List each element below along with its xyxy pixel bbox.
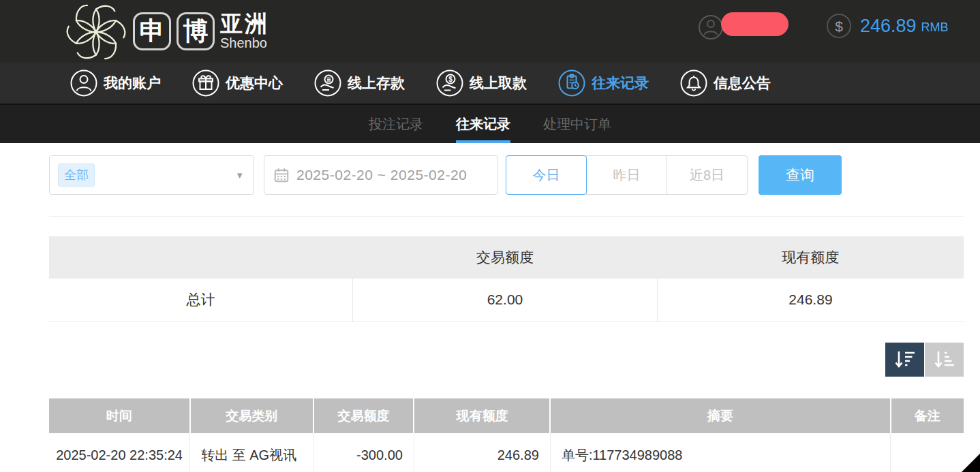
quick-yesterday-button[interactable]: 昨日 <box>586 155 667 195</box>
balance-amount: 246.89 <box>860 16 917 37</box>
svg-text:$: $ <box>448 76 453 83</box>
withdraw-icon: $ <box>436 69 463 97</box>
tab-transaction-records[interactable]: 往来记录 <box>453 105 513 143</box>
records-header-remark: 备注 <box>891 398 964 433</box>
nav-item-deposit[interactable]: 线上存款 <box>314 69 405 97</box>
svg-text:$: $ <box>835 18 843 34</box>
summary-total-balance: 246.89 <box>657 279 964 321</box>
record-summary: 单号:117734989088 <box>550 433 890 472</box>
logo-latin-text: Shenbo <box>220 36 269 50</box>
masked-username-pill[interactable] <box>721 12 788 36</box>
tab-betting-records[interactable]: 投注记录 <box>366 105 426 143</box>
record-type: 转出 至 AG视讯 <box>190 433 313 472</box>
logo-char-2: 博 <box>183 14 209 48</box>
top-header: 申 博 亚洲 Shenbo $ 246.89 RMB <box>0 0 980 63</box>
records-header-type: 交易类别 <box>190 398 313 433</box>
logo-region-text: 亚洲 <box>220 12 269 36</box>
user-icon <box>70 69 97 97</box>
brand-logo: 申 博 亚洲 Shenbo <box>66 0 269 63</box>
nav-label: 线上取款 <box>470 74 527 93</box>
records-icon <box>558 69 585 97</box>
tab-label: 处理中订单 <box>543 115 611 133</box>
records-header-row: 时间 交易类别 交易额度 现有额度 摘要 备注 <box>49 398 964 433</box>
logo-char-box-2: 博 <box>177 12 215 50</box>
nav-item-my-account[interactable]: 我的账户 <box>70 69 161 97</box>
nav-item-promotions[interactable]: 优惠中心 <box>192 69 283 97</box>
sort-toolbar <box>885 343 964 377</box>
bell-icon <box>680 69 707 97</box>
record-tabs: 投注记录 往来记录 处理中订单 <box>0 104 980 143</box>
tab-pending-orders[interactable]: 处理中订单 <box>540 105 614 143</box>
calendar-icon <box>273 167 290 183</box>
logo-char-box-1: 申 <box>133 12 171 50</box>
record-balance: 246.89 <box>414 433 550 472</box>
sort-ascending-icon <box>932 349 957 371</box>
summary-header-empty <box>49 236 353 279</box>
records-header-summary: 摘要 <box>550 398 890 433</box>
nav-item-withdraw[interactable]: $ 线上取款 <box>436 69 527 97</box>
logo-char-1: 申 <box>140 14 165 48</box>
transactions-page: 申 博 亚洲 Shenbo $ 246.89 RMB <box>0 0 980 472</box>
sort-descending-icon <box>893 349 917 371</box>
record-time: 2025-02-20 22:35:24 <box>49 433 190 472</box>
chevron-down-icon: ▼ <box>235 170 244 180</box>
records-header-amount: 交易额度 <box>313 398 414 433</box>
quick-last8days-button[interactable]: 近8日 <box>667 155 748 195</box>
type-select-tag: 全部 <box>58 163 95 187</box>
dollar-coin-icon: $ <box>826 13 852 39</box>
main-navigation: 我的账户 优惠中心 线上存款 $ 线上取款 <box>0 63 980 104</box>
quick-date-button-group: 今日 昨日 近8日 <box>506 155 748 195</box>
sort-descending-button[interactable] <box>885 343 924 377</box>
tab-label: 投注记录 <box>369 115 423 133</box>
tab-label: 往来记录 <box>456 115 510 133</box>
corner-fold-icon <box>962 454 980 472</box>
nav-label: 信息公告 <box>714 74 771 93</box>
summary-total-amount: 62.00 <box>353 279 658 321</box>
logo-wordmark: 亚洲 Shenbo <box>220 12 269 51</box>
table-row: 2025-02-20 22:35:24 转出 至 AG视讯 -300.00 24… <box>49 433 964 472</box>
user-avatar-icon <box>698 14 724 43</box>
summary-header-balance: 现有额度 <box>657 236 964 279</box>
summary-header-row: 交易额度 现有额度 <box>49 236 964 279</box>
summary-header-amount: 交易额度 <box>353 236 658 279</box>
date-range-input[interactable]: 2025-02-20 ~ 2025-02-20 <box>264 155 498 195</box>
quick-today-button[interactable]: 今日 <box>506 155 587 195</box>
summary-total-label: 总计 <box>49 279 353 321</box>
deposit-icon <box>314 69 341 97</box>
nav-item-transaction-records[interactable]: 往来记录 <box>558 69 649 97</box>
date-range-value: 2025-02-20 ~ 2025-02-20 <box>296 167 467 183</box>
sort-ascending-button[interactable] <box>925 343 964 377</box>
summary-table: 交易额度 现有额度 总计 62.00 246.89 <box>49 236 964 322</box>
nav-label: 往来记录 <box>592 74 649 93</box>
type-select[interactable]: 全部 ▼ <box>49 155 254 195</box>
balance-currency: RMB <box>921 20 949 35</box>
records-header-balance: 现有额度 <box>414 398 550 433</box>
nav-item-announcements[interactable]: 信息公告 <box>680 69 771 97</box>
summary-total-row: 总计 62.00 246.89 <box>49 279 964 321</box>
flower-logo-icon <box>66 2 126 62</box>
nav-label: 优惠中心 <box>226 74 283 93</box>
record-amount: -300.00 <box>313 433 414 472</box>
section-divider <box>49 216 964 217</box>
search-button[interactable]: 查询 <box>759 155 842 195</box>
records-table: 时间 交易类别 交易额度 现有额度 摘要 备注 2025-02-20 22:35… <box>49 398 964 472</box>
active-tab-underline <box>456 140 510 143</box>
records-header-time: 时间 <box>49 398 190 433</box>
record-remark <box>891 433 964 472</box>
gift-icon <box>192 69 219 97</box>
wallet-balance: $ 246.89 RMB <box>826 13 949 39</box>
nav-label: 线上存款 <box>348 74 405 93</box>
nav-label: 我的账户 <box>104 74 161 93</box>
